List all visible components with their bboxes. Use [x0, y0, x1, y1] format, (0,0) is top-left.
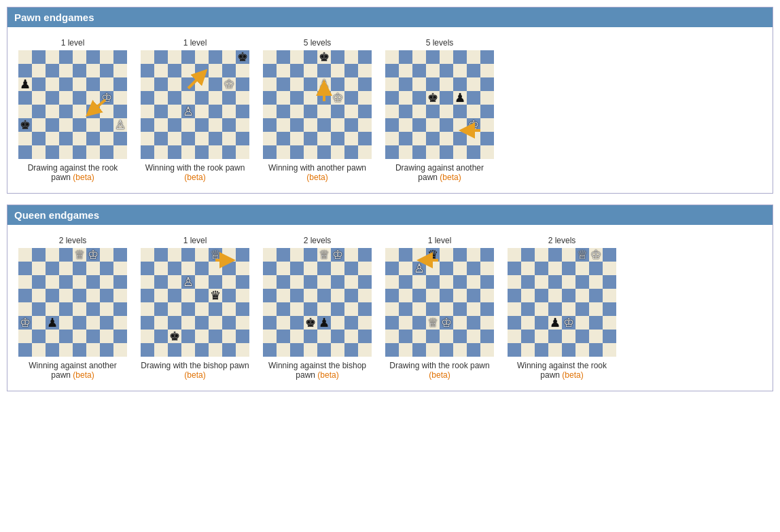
level-label-winning-against-another-pawn: 2 levels — [59, 236, 87, 245]
board-cell — [236, 302, 249, 316]
board-cell — [236, 289, 249, 302]
board-cell — [86, 343, 100, 357]
board-cell — [113, 77, 127, 91]
board-cell — [480, 50, 494, 64]
board-cell — [317, 343, 331, 357]
puzzle-item-winning-against-rook-pawn[interactable]: 2 levels♕♔♟♔Winning against the rook paw… — [508, 236, 616, 380]
board-cell — [86, 91, 100, 105]
board-cell — [603, 275, 616, 289]
board-cell — [331, 118, 344, 132]
board-cell — [453, 316, 467, 330]
board-cell — [168, 118, 181, 132]
board-cell — [86, 145, 100, 159]
puzzle-item-winning-against-another-pawn[interactable]: 2 levels♕♔♔♟Winning against another pawn… — [18, 236, 127, 380]
board-cell — [385, 145, 399, 159]
board-cell — [589, 343, 603, 357]
beta-badge: (beta) — [184, 173, 205, 182]
board-cell — [535, 262, 548, 275]
puzzle-item-winning-against-bishop-pawn[interactable]: 2 levels♕♔♚♟Winning against the bishop p… — [263, 236, 372, 380]
board-cell — [32, 64, 46, 77]
board-cell — [331, 145, 344, 159]
board-cell — [209, 91, 222, 105]
board-cell — [277, 118, 290, 132]
board-cell — [277, 50, 290, 64]
black-king-0: ♚ — [236, 50, 249, 64]
board-cell — [575, 302, 589, 316]
white-king-1: ♔ — [331, 248, 344, 262]
board-cell — [32, 248, 46, 262]
board-cell — [100, 77, 113, 91]
board-cell — [73, 118, 86, 132]
board-cell — [73, 302, 86, 316]
board-cell — [154, 145, 168, 159]
board-cell — [331, 343, 344, 357]
board-cell — [141, 330, 154, 343]
board-cell — [290, 64, 304, 77]
board-cell — [467, 275, 480, 289]
black-pawn-3: ♟ — [46, 316, 59, 330]
puzzle-item-winning-with-rook-pawn[interactable]: 1 level♚♔♙Winning with the rook pawn (be… — [141, 38, 249, 182]
board-cell — [86, 275, 100, 289]
board-cell — [100, 248, 113, 262]
board-cell — [46, 105, 59, 118]
board-cell — [113, 105, 127, 118]
puzzle-item-drawing-against-rook-pawn[interactable]: 1 level♟♔♚♙Drawing against the rook pawn… — [18, 38, 127, 182]
section-content-queen-endgames: 2 levels♕♔♔♟Winning against another pawn… — [7, 225, 773, 391]
board-cell — [209, 275, 222, 289]
board-cell — [32, 77, 46, 91]
board-cell — [168, 132, 181, 145]
board-cell — [412, 64, 426, 77]
board-cell — [222, 105, 236, 118]
board-cell — [453, 248, 467, 262]
board-cell — [168, 248, 181, 262]
board-cell — [480, 262, 494, 275]
board-cell — [508, 316, 521, 330]
board-cell — [18, 330, 32, 343]
board-cell — [399, 289, 412, 302]
puzzle-item-drawing-against-another-pawn[interactable]: 5 levels♚♟♔Drawing against another pawn … — [385, 38, 494, 182]
board-cell — [100, 105, 113, 118]
board-cell — [59, 145, 73, 159]
black-pawn-2: ♟ — [548, 316, 562, 330]
board-cell — [358, 275, 372, 289]
white-queen-0: ♕ — [317, 248, 331, 262]
board-cell — [18, 248, 32, 262]
board-cell — [236, 248, 249, 262]
board-cell — [548, 302, 562, 316]
board-cell — [195, 302, 209, 316]
board-cell — [59, 91, 73, 105]
board-cell — [236, 132, 249, 145]
level-label-winning-against-rook-pawn: 2 levels — [548, 236, 576, 245]
board-cell — [290, 145, 304, 159]
board-cell — [521, 316, 535, 330]
board-cell — [385, 289, 399, 302]
board-cell — [46, 248, 59, 262]
board-cell — [141, 145, 154, 159]
board-cell — [440, 275, 453, 289]
level-label-drawing-against-rook-pawn: 1 level — [61, 38, 85, 48]
white-pawn-2: ♙ — [181, 105, 195, 118]
board-cell — [141, 289, 154, 302]
board-cell — [236, 105, 249, 118]
board-cell — [59, 316, 73, 330]
board-cell — [603, 343, 616, 357]
board-cell — [168, 275, 181, 289]
puzzle-item-drawing-with-rook-pawn[interactable]: 1 level♛♙♕♔Drawing with the rook pawn (b… — [385, 236, 494, 380]
board-cell — [589, 302, 603, 316]
board-cell — [467, 248, 480, 262]
board-cell — [575, 343, 589, 357]
board-cell — [236, 275, 249, 289]
board-cell — [290, 302, 304, 316]
board-cell — [467, 77, 480, 91]
board-cell — [453, 77, 467, 91]
white-queen-0: ♕ — [575, 248, 589, 262]
board-cell — [589, 289, 603, 302]
board-cell — [399, 91, 412, 105]
board-cell — [399, 330, 412, 343]
board-cell — [440, 248, 453, 262]
board-cell — [317, 105, 331, 118]
board-cell — [141, 262, 154, 275]
puzzle-item-winning-with-another-pawn[interactable]: 5 levels♚♙♔Winning with another pawn (be… — [263, 38, 372, 182]
puzzle-item-drawing-with-bishop-pawn[interactable]: 1 level♕♙♛♚Drawing with the bishop pawn … — [141, 236, 249, 380]
board-cell — [100, 64, 113, 77]
